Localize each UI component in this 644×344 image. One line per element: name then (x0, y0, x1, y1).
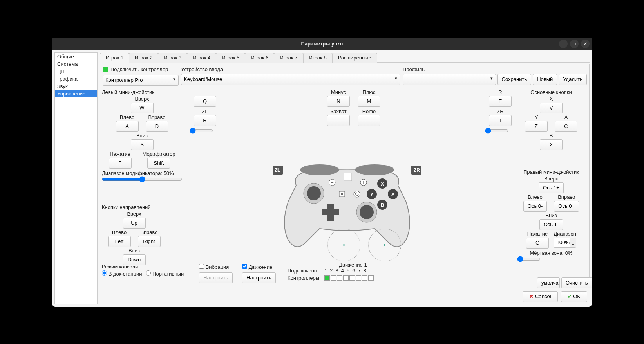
controller-indicator-1 (324, 275, 330, 281)
zl-button[interactable]: R (194, 115, 216, 126)
tab-3[interactable]: Игрок 4 (187, 53, 216, 63)
lstick-left-button[interactable]: A (116, 121, 139, 132)
vibration-checkbox[interactable]: Вибрация (199, 264, 229, 270)
sidebar-item-3[interactable]: Графика (55, 75, 97, 83)
rstick-up-button[interactable]: Ось 1+ (539, 182, 564, 193)
svg-text:X: X (381, 181, 384, 187)
close-button[interactable]: ✕ (581, 40, 590, 48)
settings-window: Параметры yuzu — □ ✕ ОбщиеСистемаЦПГрафи… (52, 38, 592, 307)
input-device-select[interactable]: Keyboard/Mouse (181, 74, 400, 85)
lstick-press-button[interactable]: F (109, 158, 132, 169)
dpad-down-label: Вниз (128, 248, 140, 254)
lstick-press-label: Нажатие (110, 151, 130, 157)
ok-button[interactable]: ✔ OK (561, 291, 587, 302)
motion-config-button[interactable]: Настроить (242, 272, 276, 283)
face-x-button[interactable]: V (540, 103, 563, 113)
rstick-right-label: Вправо (558, 194, 575, 200)
profile-label: Профиль (403, 67, 496, 72)
vibration-config-button[interactable]: Настроить (199, 272, 233, 283)
minimize-button[interactable]: — (559, 40, 568, 48)
l-label: L (203, 89, 206, 95)
sidebar-item-4[interactable]: Звук (55, 83, 97, 90)
zl-slider[interactable] (190, 128, 213, 134)
zr-label: ZR (497, 108, 503, 114)
dpad-left-button[interactable]: Left (108, 236, 131, 247)
lstick-right-button[interactable]: D (146, 121, 168, 132)
tab-2[interactable]: Игрок 3 (158, 53, 187, 63)
maximize-button[interactable]: □ (570, 40, 579, 48)
rstick-press-label: Нажатие (527, 231, 548, 237)
player-number: 6 (352, 268, 355, 274)
docked-radio[interactable]: В док-станции (102, 270, 142, 277)
rstick-left-button[interactable]: Ось 0- (523, 201, 547, 212)
tab-4[interactable]: Игрок 5 (216, 53, 245, 63)
rstick-right-button[interactable]: Ось 0+ (554, 201, 579, 212)
sidebar-item-5[interactable]: Управление (55, 90, 97, 97)
plus-button[interactable]: M (358, 96, 380, 107)
controllers-label: Контроллеры (288, 275, 323, 281)
profile-save-button[interactable]: Сохранить (497, 74, 532, 85)
sidebar-item-0[interactable]: Общие (55, 53, 97, 60)
svg-rect-11 (327, 204, 334, 221)
motion-viz-left (327, 229, 360, 261)
profile-select[interactable] (403, 74, 496, 85)
svg-point-1 (355, 164, 394, 175)
minus-button[interactable]: N (327, 96, 350, 107)
rstick-up-label: Вверх (544, 176, 558, 182)
l-button[interactable]: Q (194, 96, 216, 107)
lstick-up-button[interactable]: W (131, 103, 154, 113)
defaults-button[interactable]: умолчани (537, 277, 560, 288)
clear-button[interactable]: Очистить (561, 277, 592, 288)
motion-checkbox[interactable]: Движение (242, 264, 272, 270)
home-button[interactable] (358, 115, 380, 126)
handheld-radio[interactable]: Портативный (146, 270, 184, 277)
minus-label: Минус (331, 89, 346, 95)
spin-down-icon[interactable]: ▼ (570, 243, 576, 247)
profile-new-button[interactable]: Новый (533, 74, 557, 85)
dpad-right-button[interactable]: Right (138, 236, 161, 247)
controller-type-select[interactable]: Контроллер Pro (103, 75, 179, 86)
svg-text:+: + (362, 180, 365, 185)
svg-text:Y: Y (370, 192, 373, 197)
rstick-deadzone-slider[interactable] (517, 256, 541, 262)
rstick-deadzone-label: Мёртвая зона: 0% (517, 250, 585, 256)
controller-indicator-6 (356, 275, 361, 281)
tab-1[interactable]: Игрок 2 (129, 53, 158, 63)
tab-0[interactable]: Игрок 1 (100, 53, 129, 63)
tab-6[interactable]: Игрок 7 (274, 53, 303, 63)
face-y-label: Y (535, 114, 538, 120)
sidebar-item-1[interactable]: Система (55, 60, 97, 68)
dpad-up-button[interactable]: Up (123, 218, 146, 229)
zr-button[interactable]: T (489, 115, 512, 126)
capture-button[interactable] (327, 115, 350, 126)
rstick-down-button[interactable]: Ось 1- (539, 219, 563, 230)
face-a-button[interactable]: C (555, 121, 577, 132)
capture-label: Захват (330, 108, 346, 114)
r-button[interactable]: E (489, 96, 512, 107)
tab-7[interactable]: Игрок 8 (303, 53, 333, 63)
cancel-button[interactable]: ✖ CCancelancel (523, 291, 557, 302)
svg-point-26 (354, 191, 360, 197)
sidebar-item-2[interactable]: ЦП (55, 68, 97, 75)
dpad-up-label: Вверх (127, 211, 141, 217)
rstick-press-button[interactable]: G (526, 238, 549, 249)
tab-5[interactable]: Игрок 6 (245, 53, 274, 63)
face-b-button[interactable]: X (540, 139, 563, 150)
spin-up-icon[interactable]: ▲ (570, 238, 576, 243)
lstick-up-label: Вверх (135, 96, 149, 102)
connect-controller-checkbox[interactable]: Подключить контроллер (103, 67, 179, 72)
face-y-button[interactable]: Z (525, 121, 548, 132)
lstick-mod-button[interactable]: Shift (147, 158, 170, 169)
lstick-down-button[interactable]: S (131, 139, 154, 150)
left-stick-title: Левый мини-джойстик (102, 89, 182, 95)
checkbox-on-icon (103, 67, 108, 72)
lstick-range-slider[interactable] (102, 176, 182, 182)
zr-slider[interactable] (485, 128, 508, 134)
titlebar[interactable]: Параметры yuzu — □ ✕ (52, 38, 592, 50)
dpad-left-label: Влево (112, 229, 127, 235)
profile-delete-button[interactable]: Удалить (559, 74, 587, 85)
controller-indicator-2 (331, 275, 336, 281)
tab-8[interactable]: Расширенные (332, 53, 377, 63)
controller-indicator-4 (343, 275, 349, 281)
rstick-range-spinner[interactable]: ▲▼ (554, 238, 576, 248)
